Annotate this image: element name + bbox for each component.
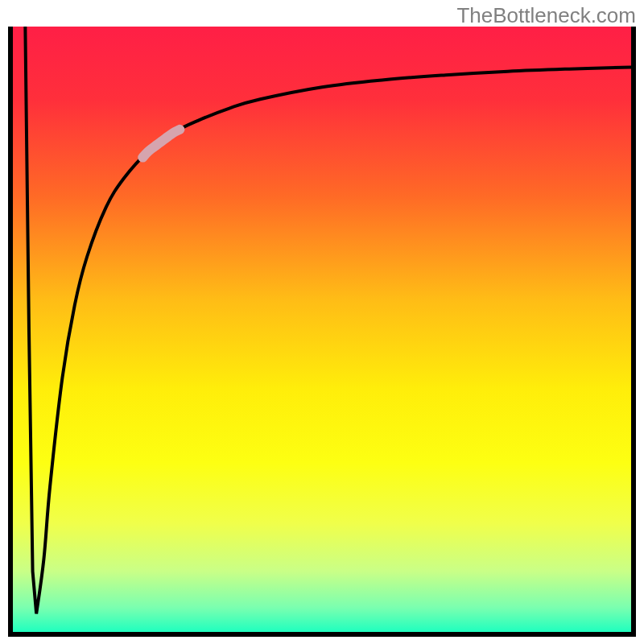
chart-svg — [8, 27, 636, 637]
watermark-text: TheBottleneck.com — [456, 3, 636, 28]
chart-plot — [8, 27, 636, 637]
gradient-background — [13, 27, 631, 632]
chart-stage: TheBottleneck.com — [0, 0, 644, 644]
